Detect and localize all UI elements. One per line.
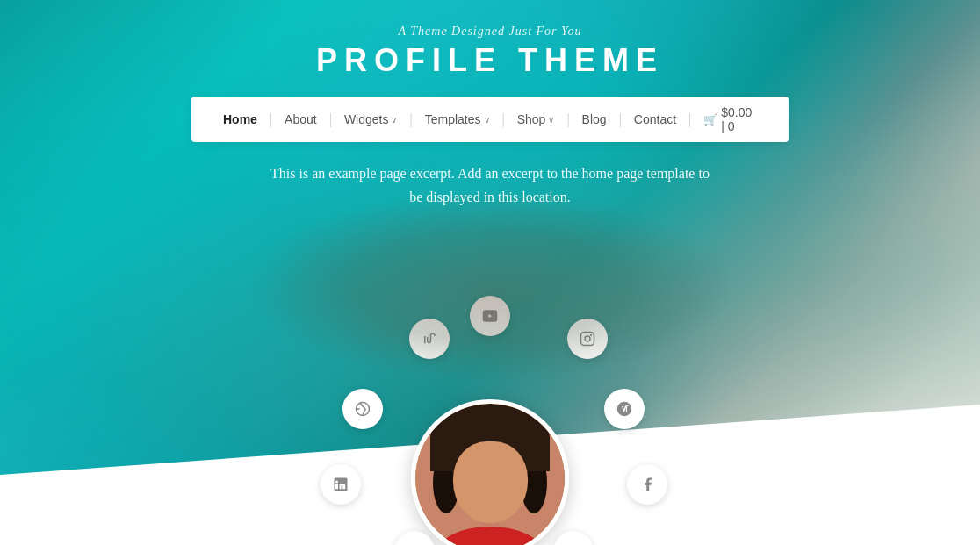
- social-icon-wordpress[interactable]: [604, 389, 645, 429]
- social-icon-vine[interactable]: [409, 319, 450, 359]
- nav-item-shop: Shop∨: [501, 97, 566, 142]
- profile-avatar: [411, 399, 569, 545]
- svg-point-9: [521, 452, 547, 513]
- nav-item-widgets: Widgets∨: [328, 97, 408, 142]
- profile-image: [415, 404, 565, 545]
- hero-section: A Theme Designed Just For You PROFILE TH…: [0, 0, 980, 545]
- svg-point-13: [499, 477, 508, 484]
- nav-item-cart: 🛒 $0.00 | 0: [687, 97, 767, 142]
- social-icon-stack[interactable]: [394, 531, 435, 545]
- svg-point-2: [590, 334, 592, 336]
- svg-point-11: [457, 450, 523, 524]
- svg-point-1: [585, 336, 590, 341]
- social-icon-instagram[interactable]: [567, 319, 608, 359]
- nav-items-list: Home About Widgets∨ Templates∨ Shop∨ Blo…: [213, 97, 767, 142]
- social-icon-youtube[interactable]: [470, 296, 510, 336]
- svg-point-14: [486, 489, 494, 494]
- cart-label: $0.00 | 0: [721, 105, 757, 133]
- svg-point-12: [472, 477, 481, 484]
- social-icons-wrapper: [306, 290, 674, 545]
- nav-link-contact[interactable]: Contact: [623, 112, 687, 126]
- social-icon-twitter[interactable]: [553, 531, 594, 545]
- nav-item-about: About: [268, 97, 328, 142]
- svg-point-7: [453, 421, 527, 518]
- nav-link-cart[interactable]: 🛒 $0.00 | 0: [693, 105, 767, 133]
- nav-item-templates: Templates∨: [407, 97, 500, 142]
- cart-icon: 🛒: [703, 113, 717, 126]
- svg-point-6: [444, 410, 536, 494]
- svg-point-10: [450, 412, 530, 474]
- nav-link-widgets[interactable]: Widgets∨: [334, 112, 408, 126]
- nav-item-blog: Blog: [565, 97, 616, 142]
- social-icon-linkedin[interactable]: [321, 464, 361, 505]
- nav-link-blog[interactable]: Blog: [572, 112, 617, 126]
- nav-link-shop[interactable]: Shop∨: [507, 112, 566, 126]
- social-icon-facebook[interactable]: [627, 464, 667, 505]
- excerpt-text: This is an example page excerpt. Add an …: [270, 161, 710, 209]
- nav-link-about[interactable]: About: [274, 112, 328, 126]
- nav-link-home[interactable]: Home: [213, 112, 268, 126]
- svg-point-8: [433, 452, 459, 513]
- nav-item-contact: Contact: [617, 97, 687, 142]
- nav-item-home: Home: [213, 97, 268, 142]
- hero-subtitle: A Theme Designed Just For You: [398, 25, 581, 39]
- hero-content: A Theme Designed Just For You PROFILE TH…: [0, 0, 980, 209]
- social-icon-dribbble[interactable]: [342, 389, 383, 429]
- navigation-bar: Home About Widgets∨ Templates∨ Shop∨ Blo…: [191, 97, 789, 142]
- hero-title: PROFILE THEME: [316, 42, 664, 79]
- nav-link-templates[interactable]: Templates∨: [414, 112, 501, 126]
- svg-rect-0: [581, 333, 594, 346]
